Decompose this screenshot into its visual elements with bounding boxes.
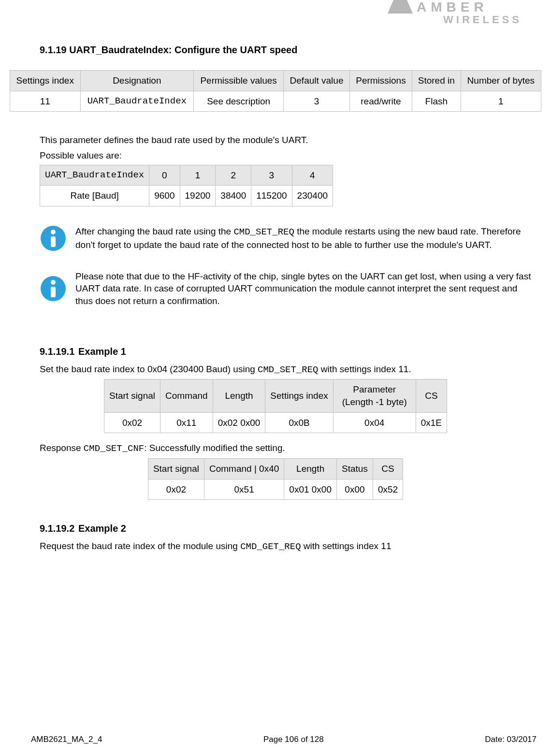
svg-rect-5 bbox=[51, 287, 56, 297]
cell-rate: 19200 bbox=[180, 186, 216, 206]
paragraph: Set the baud rate index to 0x04 (230400 … bbox=[40, 363, 541, 377]
svg-point-4 bbox=[51, 280, 56, 285]
th: Length bbox=[213, 379, 265, 412]
th: Length bbox=[284, 458, 337, 479]
footer-page-number: Page 106 of 128 bbox=[263, 734, 324, 745]
cell-stored-in: Flash bbox=[412, 91, 461, 112]
th: Parameter (Length -1 byte) bbox=[333, 379, 416, 412]
paragraph: Response CMD_SET_CNF: Successfully modif… bbox=[40, 442, 541, 455]
cell: 0x00 bbox=[337, 479, 373, 500]
cell: 0x01 0x00 bbox=[284, 479, 337, 500]
cell: 0x02 bbox=[104, 412, 160, 433]
th: Start signal bbox=[104, 379, 160, 412]
svg-rect-2 bbox=[51, 236, 56, 247]
table-row: 11 UART_BaudrateIndex See description 3 … bbox=[10, 91, 541, 112]
th-designation: Designation bbox=[80, 71, 194, 91]
th: Command | 0x40 bbox=[204, 458, 284, 479]
th-default: Default value bbox=[284, 71, 350, 91]
th-col: 2 bbox=[216, 165, 251, 186]
cell: 0x11 bbox=[160, 412, 213, 433]
th: Settings index bbox=[265, 379, 333, 412]
cell: 0x1E bbox=[416, 412, 447, 433]
cell-rate: 230400 bbox=[292, 186, 333, 206]
note-text: Please note that due to the HF-activity … bbox=[75, 270, 536, 307]
info-icon bbox=[40, 275, 67, 302]
info-note: After changing the baud rate using the C… bbox=[40, 225, 536, 252]
table-row: 0x02 0x51 0x01 0x00 0x00 0x52 bbox=[148, 479, 403, 500]
footer-doc-id: AMB2621_MA_2_4 bbox=[31, 734, 102, 745]
paragraph: Possible values are: bbox=[40, 149, 541, 162]
cell-settings-index: 11 bbox=[10, 91, 81, 112]
brand-logo: AMBER WIRELESS bbox=[388, 0, 537, 25]
th-col: 3 bbox=[251, 165, 292, 186]
th: CS bbox=[416, 379, 447, 412]
footer-date: Date: 03/2017 bbox=[485, 734, 536, 745]
th: Start signal bbox=[148, 458, 204, 479]
table-header-row: UART_BaudrateIndex 0 1 2 3 4 bbox=[40, 165, 333, 186]
cell: 0x0B bbox=[265, 412, 333, 433]
logo-line2: WIRELESS bbox=[443, 14, 522, 25]
info-icon bbox=[40, 225, 67, 252]
cell: 0x02 bbox=[148, 479, 204, 500]
cell: 0x51 bbox=[204, 479, 284, 500]
example2-heading: 9.1.19.2Example 2 bbox=[40, 522, 541, 535]
cell: 0x04 bbox=[333, 412, 416, 433]
table-header-row: Start signal Command | 0x40 Length Statu… bbox=[148, 458, 403, 479]
th: Status bbox=[337, 458, 373, 479]
cell-default: 3 bbox=[284, 91, 350, 112]
th-settings-index: Settings index bbox=[10, 71, 81, 91]
cell-num-bytes: 1 bbox=[461, 91, 541, 112]
cell-permissions: read/write bbox=[349, 91, 412, 112]
th-col: 0 bbox=[149, 165, 180, 186]
th-permissible: Permissible values bbox=[194, 71, 284, 91]
th: Command bbox=[160, 379, 213, 412]
baud-values-table: UART_BaudrateIndex 0 1 2 3 4 Rate [Baud]… bbox=[40, 165, 333, 206]
cell: 0x52 bbox=[373, 479, 403, 500]
example1-heading: 9.1.19.1Example 1 bbox=[40, 345, 541, 358]
th-permissions: Permissions bbox=[349, 71, 412, 91]
table-header-row: Start signal Command Length Settings ind… bbox=[104, 379, 447, 412]
paragraph: Request the baud rate index of the modul… bbox=[40, 540, 541, 553]
th-col: 1 bbox=[180, 165, 216, 186]
svg-point-1 bbox=[51, 230, 56, 234]
cell-designation: UART_BaudrateIndex bbox=[80, 91, 194, 112]
cell: 0x02 0x00 bbox=[213, 412, 265, 433]
cell-row-label: Rate [Baud] bbox=[40, 186, 149, 206]
cell-rate: 115200 bbox=[251, 186, 292, 206]
example1-response-table: Start signal Command | 0x40 Length Statu… bbox=[148, 458, 403, 500]
cell-permissible: See description bbox=[194, 91, 284, 112]
th-baud-index-label: UART_BaudrateIndex bbox=[40, 165, 149, 186]
th-col: 4 bbox=[292, 165, 333, 186]
logo-line1: AMBER bbox=[417, 0, 488, 15]
th-num-bytes: Number of bytes bbox=[461, 71, 541, 91]
table-row: 0x02 0x11 0x02 0x00 0x0B 0x04 0x1E bbox=[104, 412, 447, 433]
table-row: Rate [Baud] 9600 19200 38400 115200 2304… bbox=[40, 186, 333, 206]
cell-rate: 9600 bbox=[149, 186, 180, 206]
note-text: After changing the baud rate using the C… bbox=[75, 225, 536, 251]
paragraph: This parameter defines the baud rate use… bbox=[40, 134, 541, 146]
info-note: Please note that due to the HF-activity … bbox=[40, 270, 536, 307]
example1-request-table: Start signal Command Length Settings ind… bbox=[104, 379, 447, 433]
th: CS bbox=[373, 458, 403, 479]
th-stored-in: Stored in bbox=[412, 71, 461, 91]
cell-rate: 38400 bbox=[216, 186, 251, 206]
settings-summary-table: Settings index Designation Permissible v… bbox=[10, 70, 541, 112]
table-header-row: Settings index Designation Permissible v… bbox=[10, 71, 541, 91]
page-footer: AMB2621_MA_2_4 Page 106 of 128 Date: 03/… bbox=[31, 734, 536, 745]
section-heading: 9.1.19 UART_BaudrateIndex: Configure the… bbox=[40, 44, 541, 57]
